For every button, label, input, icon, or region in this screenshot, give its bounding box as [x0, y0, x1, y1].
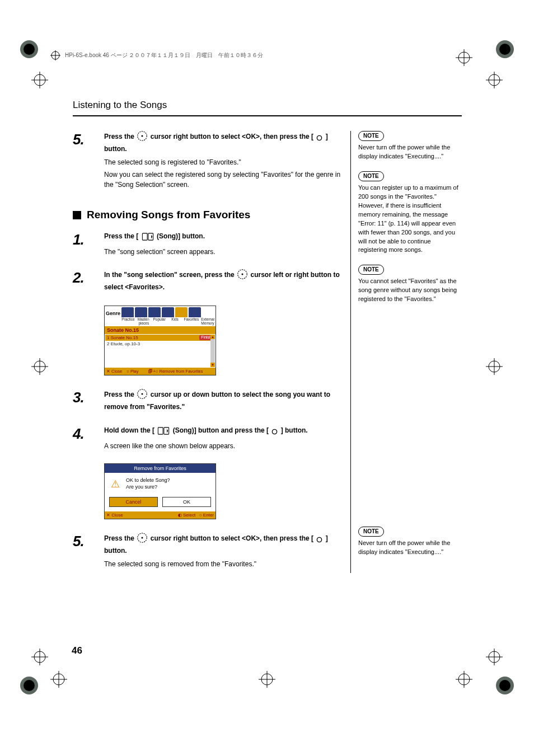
note-box: NOTE You cannot select "Favorites" as th…	[358, 265, 459, 304]
song-button-icon	[157, 427, 170, 438]
genre-folder-icon	[189, 307, 201, 317]
svg-point-41	[142, 393, 143, 395]
song-button-icon	[142, 233, 154, 243]
circle-button-icon	[316, 134, 322, 144]
step-number: 3.	[73, 389, 104, 415]
step-heading: Hold down the [ (Song)] button and press…	[104, 425, 347, 438]
title-rule	[73, 115, 462, 116]
note-box: NOTE Never turn off the power while the …	[358, 527, 459, 557]
note-label: NOTE	[358, 265, 384, 275]
book-header-text: HPi-6S-e.book 46 ページ ２００７年１１月１９日 月曜日 午前１…	[65, 51, 264, 59]
step-number: 2.	[73, 269, 104, 295]
note-text: You can register up to a maximum of 200 …	[358, 184, 459, 255]
step-remove-4: 4. Hold down the [ (Song)] button and pr…	[73, 425, 347, 453]
reg-mark-crosshair	[486, 649, 503, 665]
svg-point-44	[273, 429, 277, 434]
reg-mark-crosshair	[456, 671, 472, 688]
step-heading: Press the cursor right button to select …	[104, 131, 347, 154]
dialog-title: Remove from Favorites	[105, 464, 216, 473]
svg-point-35	[317, 135, 322, 140]
note-text: You cannot select "Favorites" as the son…	[358, 277, 459, 304]
genre-folder-icon	[135, 307, 147, 317]
genre-folder-icon	[121, 307, 134, 317]
note-box: NOTE Never turn off the power while the …	[358, 131, 459, 161]
step-description: The "song selection" screen appears.	[104, 247, 347, 257]
genre-label: Genre	[106, 311, 120, 317]
cursor-icon	[237, 269, 247, 282]
cursor-icon	[137, 131, 147, 144]
side-column: NOTE Never turn off the power while the …	[358, 131, 459, 567]
dialog-message: OK to delete Song? Are you sure?	[126, 477, 170, 490]
reg-mark-crosshair	[31, 72, 48, 88]
section-heading-text: Removing Songs from Favorites	[87, 209, 250, 221]
step-heading: Press the cursor right button to select …	[104, 533, 347, 556]
svg-rect-42	[158, 428, 163, 434]
svg-rect-36	[142, 233, 147, 240]
note-text: Never turn off the power while the displ…	[358, 143, 459, 161]
remove-dialog-screenshot: Remove from Favorites ⚠ OK to delete Son…	[104, 463, 216, 519]
dialog-footer: ✕ Close ◐ Select ○ Enter	[105, 511, 216, 519]
screenshot-footer: ✕ Close ○ Play 🗐+○ Remove from Favorites	[105, 368, 216, 375]
scroll-up-icon: ▲	[210, 335, 215, 339]
step-description: The selected song is registered to "Favo…	[104, 157, 347, 167]
reg-mark-corner	[20, 677, 38, 694]
step-number: 1.	[73, 231, 104, 259]
step-number: 4.	[73, 425, 104, 453]
genre-folder-icon	[175, 307, 188, 317]
step-register-5: 5. Press the cursor right button to sele…	[73, 131, 347, 192]
svg-point-46	[142, 537, 143, 539]
step-description: Now you can select the registered song b…	[104, 170, 347, 190]
section-heading-removing: Removing Songs from Favorites	[73, 209, 347, 221]
reg-mark-crosshair	[486, 358, 503, 375]
reg-mark-crosshair	[456, 49, 472, 66]
note-box: NOTE You can register up to a maximum of…	[358, 171, 459, 255]
reg-mark-corner	[496, 677, 514, 694]
song-list: 1 Sonate No.15 Finish 2 Etude, op.10-3 ▲…	[105, 334, 216, 368]
step-remove-1: 1. Press the [ (Song)] button. The "song…	[73, 231, 347, 259]
step-remove-2: 2. In the "song selection" screen, press…	[73, 269, 347, 295]
note-label: NOTE	[358, 131, 384, 141]
book-header: HPi-6S-e.book 46 ページ ２００７年１１月１９日 月曜日 午前１…	[50, 50, 264, 60]
svg-point-34	[142, 135, 143, 137]
scrollbar: ▲ ▼	[210, 335, 215, 367]
step-description: A screen like the one shown below appear…	[104, 441, 347, 451]
page-title: Listening to the Songs	[73, 100, 167, 111]
note-label: NOTE	[358, 527, 384, 537]
cancel-button: Cancel	[109, 497, 158, 507]
square-bullet-icon	[73, 211, 81, 219]
genre-folder-icon	[148, 307, 161, 317]
genre-tabs: Practice Master-pieces Popular Kids Favo…	[105, 317, 216, 326]
circle-button-icon	[316, 536, 322, 546]
list-item: 1 Sonate No.15 Finish	[105, 335, 215, 341]
warning-icon: ⚠	[109, 478, 121, 490]
ok-button: OK	[162, 497, 211, 507]
circle-button-icon	[271, 428, 278, 438]
main-column: 5. Press the cursor right button to sele…	[73, 131, 347, 581]
reg-mark-corner	[496, 40, 514, 58]
list-item: 2 Etude, op.10-3	[105, 341, 215, 347]
cursor-icon	[137, 389, 147, 402]
step-heading: Press the cursor up or down button to se…	[104, 389, 347, 412]
step-heading: In the "song selection" screen, press th…	[104, 269, 347, 292]
svg-point-47	[317, 538, 322, 542]
cursor-icon	[137, 533, 147, 546]
genre-folder-icon	[162, 307, 174, 317]
column-divider	[350, 131, 351, 573]
reg-mark-crosshair	[31, 649, 48, 665]
page-number: 46	[72, 645, 82, 656]
step-description: The selected song is removed from the "F…	[104, 559, 347, 569]
step-remove-3: 3. Press the cursor up or down button to…	[73, 389, 347, 415]
song-title-bar: Sonate No.15	[105, 326, 216, 334]
reg-mark-corner	[20, 40, 38, 58]
scroll-down-icon: ▼	[210, 363, 215, 367]
step-number: 5.	[73, 533, 104, 571]
svg-point-39	[242, 274, 243, 275]
reg-mark-crosshair	[259, 671, 275, 688]
step-heading: Press the [ (Song)] button.	[104, 231, 347, 243]
song-selection-screenshot: Genre Practice Master-pieces Popular Kid…	[104, 306, 216, 375]
reg-mark-crosshair	[31, 358, 48, 375]
reg-mark-crosshair	[486, 72, 503, 88]
step-remove-5: 5. Press the cursor right button to sele…	[73, 533, 347, 571]
note-text: Never turn off the power while the displ…	[358, 539, 459, 557]
note-label: NOTE	[358, 171, 384, 181]
